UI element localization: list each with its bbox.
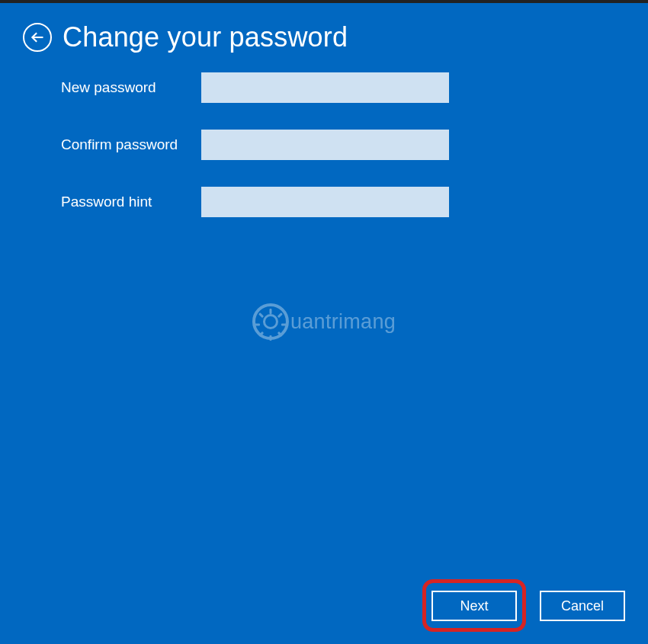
row-new-password: New password: [61, 72, 449, 103]
next-button[interactable]: Next: [431, 591, 517, 621]
input-password-hint[interactable]: [201, 187, 449, 217]
lightbulb-icon: [252, 303, 289, 340]
input-new-password[interactable]: [201, 72, 449, 103]
window-top-border: [0, 0, 648, 3]
row-confirm-password: Confirm password: [61, 130, 449, 160]
header: Change your password: [23, 21, 348, 53]
password-form: New password Confirm password Password h…: [61, 72, 449, 244]
row-password-hint: Password hint: [61, 187, 449, 217]
button-bar: Next Cancel: [431, 591, 625, 621]
page-title: Change your password: [63, 21, 348, 53]
label-confirm-password: Confirm password: [61, 136, 201, 153]
cancel-button[interactable]: Cancel: [540, 591, 625, 621]
arrow-left-icon: [30, 30, 45, 45]
watermark: uantrimang: [252, 303, 396, 340]
input-confirm-password[interactable]: [201, 130, 449, 160]
label-password-hint: Password hint: [61, 194, 201, 210]
back-button[interactable]: [23, 23, 52, 52]
label-new-password: New password: [61, 79, 201, 96]
watermark-text: uantrimang: [290, 310, 396, 334]
